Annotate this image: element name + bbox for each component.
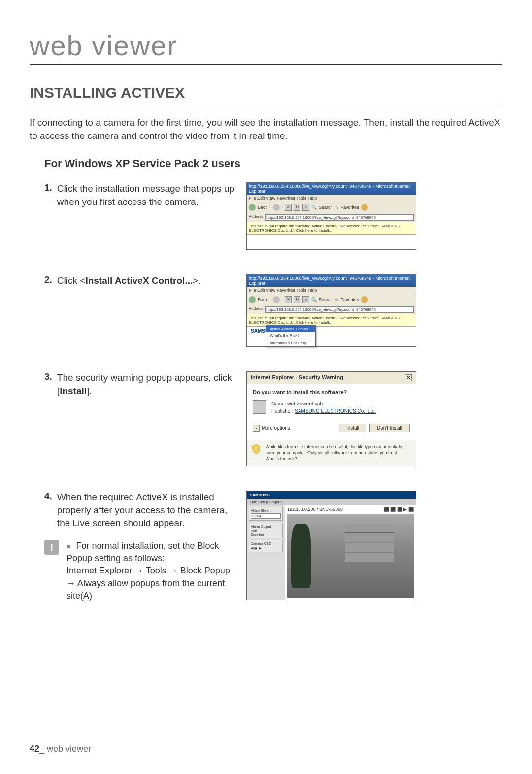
live-tabs: Live Setup Logout	[247, 499, 416, 505]
screenshot-live-view: SAMSUNG Live Setup Logout Video Stream H…	[246, 491, 502, 600]
alert-icon: !	[44, 540, 59, 555]
refresh-icon: ↻	[294, 296, 300, 303]
intro-text: If connecting to a camera for the first …	[30, 116, 502, 142]
page-header-title: web viewer	[30, 30, 502, 65]
back-label: Back	[258, 205, 267, 210]
address-box: http://192.168.0.254:10000/live_view.cgi…	[265, 214, 414, 221]
step-4: 4. When the required ActiveX is installe…	[44, 491, 502, 602]
stop-icon: ✕	[285, 296, 292, 303]
sw-publisher: SAMSUNG ELECTRONICS Co., Ltd.	[295, 408, 376, 414]
forward-icon	[273, 204, 280, 211]
step-number: 4.	[44, 491, 52, 530]
back-icon	[249, 296, 256, 303]
install-button: Install	[339, 424, 366, 432]
step-text: Click <Install ActiveX Control...>.	[57, 274, 201, 288]
screenshot-install-activex: http://192.168.0.254:10000/live_view.cgi…	[246, 274, 502, 347]
back-icon	[249, 204, 256, 211]
ie-menubar: File Edit View Favorites Tools Help	[247, 195, 416, 202]
live-camera-address: 192.168.0.200 / SNC-B5368	[287, 507, 343, 512]
step-text: Click the installation message that pops…	[57, 182, 236, 208]
more-options: More options	[262, 425, 290, 431]
search-label: Search	[319, 205, 333, 210]
ie-menubar: File Edit View Favorites Tools Help	[247, 287, 416, 294]
screenshot-security-warning: Internet Explorer - Security Warning ✕ D…	[246, 371, 502, 466]
chevron-down-icon: ⌄	[253, 425, 260, 432]
address-label: Address	[249, 214, 263, 221]
sw-footer-text: While files from the Internet can be use…	[266, 444, 402, 455]
page-footer: 42_ web viewer	[30, 744, 91, 754]
live-sidebar: Video Stream H.264 Alarm Output Port Dur…	[247, 505, 285, 600]
menu-info-help: Information Bar Help	[266, 340, 315, 346]
alarm-output-label: Alarm Output	[251, 525, 281, 528]
close-icon: ✕	[405, 374, 412, 381]
sw-title: Internet Explorer - Security Warning	[251, 374, 343, 381]
history-icon	[361, 204, 368, 211]
step-text: When the required ActiveX is installed p…	[57, 491, 236, 530]
live-video-feed	[287, 514, 414, 598]
step-number: 2.	[44, 274, 52, 288]
sw-question: Do you want to install this software?	[253, 389, 410, 395]
menu-install-activex: Install ActiveX Control...	[266, 326, 315, 332]
live-brand: SAMSUNG	[247, 491, 416, 499]
favorites-label: Favorites	[341, 205, 359, 210]
home-icon: ⌂	[302, 204, 309, 211]
ie-toolbar: Back · · ✕ ↻ ⌂ 🔍 Search ☆ Favorites	[247, 202, 416, 213]
note-block: ! ■ For normal installation, set the Blo…	[44, 540, 236, 602]
live-control-icons: ⬛ ⬛ ⬛ ▶ ⬛	[384, 507, 414, 512]
step-text: The security warning popup appears, clic…	[57, 371, 236, 398]
sw-name: webviewer3.cab	[287, 401, 323, 406]
section-title: INSTALLING ACTIVEX	[30, 84, 502, 106]
camera-osd-label: Camera OSD	[251, 542, 281, 545]
sub-heading: For Windows XP Service Pack 2 users	[44, 157, 502, 170]
ie-infobar: This site might require the following Ac…	[247, 222, 416, 235]
step-3: 3. The security warning popup appears, c…	[44, 371, 502, 466]
software-icon	[253, 400, 266, 414]
forward-icon	[273, 296, 280, 303]
home-icon: ⌂	[302, 296, 309, 303]
search-icon: 🔍	[311, 205, 317, 210]
dont-install-button: Don't Install	[369, 424, 410, 432]
shield-icon	[252, 444, 261, 454]
ie-titlebar: http://192.168.0.254:10000/live_view.cgi…	[247, 275, 416, 287]
context-menu: Install ActiveX Control... What's the Ri…	[266, 325, 316, 347]
menu-whats-risk: What's the Risk?	[266, 332, 315, 338]
whats-risk-link: What's the risk?	[266, 456, 297, 461]
screenshot-ie-popup: http://192.168.0.254:10000/live_view.cgi…	[246, 182, 502, 250]
video-stream-label: Video Stream	[251, 509, 281, 512]
step-2: 2. Click <Install ActiveX Control...>. h…	[44, 274, 502, 347]
step-number: 3.	[44, 371, 52, 398]
stop-icon: ✕	[285, 204, 292, 211]
refresh-icon: ↻	[294, 204, 300, 211]
step-1: 1. Click the installation message that p…	[44, 182, 502, 250]
ie-toolbar: Back · · ✕ ↻ ⌂ 🔍 Search ☆ Favorites	[247, 294, 416, 305]
note-line2: Internet Explorer → Tools → Block Popup …	[66, 566, 230, 600]
favorites-icon: ☆	[335, 205, 339, 210]
note-line1: For normal installation, set the Block P…	[66, 541, 219, 563]
step-number: 1.	[44, 182, 52, 208]
ie-titlebar: http://192.168.0.254:10000/live_view.cgi…	[247, 183, 416, 195]
